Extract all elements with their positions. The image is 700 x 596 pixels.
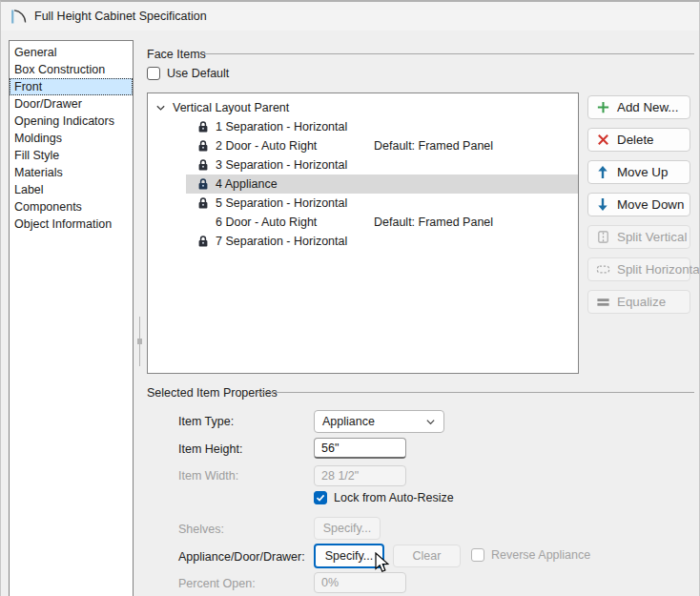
item-type-label: Item Type: [178, 415, 234, 428]
reverse-appliance-label: Reverse Appliance [491, 548, 590, 562]
clear-button[interactable]: Clear [393, 545, 461, 567]
delete-button-label: Delete [617, 133, 654, 147]
lock-icon [197, 177, 209, 191]
lock-icon [197, 120, 209, 134]
percent-open-label: Percent Open: [178, 577, 256, 590]
equalize-icon [595, 295, 610, 310]
lock-auto-resize-checkbox[interactable]: Lock from Auto-Resize [314, 491, 454, 504]
move-down-button-label: Move Down [617, 197, 684, 212]
sidebar-item-door-drawer[interactable]: Door/Drawer [10, 95, 133, 113]
chevron-down-icon[interactable] [155, 103, 166, 113]
arrow-down-icon [595, 197, 610, 213]
sidebar-item-opening-indicators[interactable]: Opening Indicators [10, 113, 133, 130]
split-horizontal-button[interactable]: Split Horizontal [587, 257, 690, 281]
tree-row-3[interactable]: 3 Separation - Horizontal [148, 155, 578, 175]
tree-row-5[interactable]: 5 Separation - Horizontal [148, 194, 578, 213]
percent-open-input [314, 572, 406, 593]
tree-item-label: 1 Separation - Horizontal [216, 120, 347, 134]
split-horizontal-icon [595, 262, 610, 277]
tree-action-buttons: Add New... Delete Move Up Move Down Spli… [587, 95, 690, 314]
sidebar-item-box-construction[interactable]: Box Construction [10, 61, 133, 78]
full-height-cabinet-specification-dialog: Full Height Cabinet Specification Genera… [0, 0, 700, 596]
mouse-cursor-icon [375, 552, 391, 574]
tree-parent-label: Vertical Layout Parent [173, 101, 289, 114]
shelves-specify-button[interactable]: Specify... [314, 517, 381, 540]
move-up-button[interactable]: Move Up [587, 160, 690, 184]
equalize-button[interactable]: Equalize [587, 290, 690, 314]
selected-item-properties-group-label: Selected Item Properties [147, 386, 278, 400]
delete-button[interactable]: Delete [587, 128, 690, 152]
tree-item-label: 3 Separation - Horizontal [216, 158, 347, 172]
appliance-door-drawer-label: Appliance/Door/Drawer: [178, 550, 305, 564]
tree-row-6[interactable]: 6 Door - Auto Right Default: Framed Pane… [148, 213, 578, 232]
lock-icon [197, 196, 209, 210]
add-new-button[interactable]: Add New... [587, 95, 690, 119]
lock-auto-resize-checkbox-box[interactable] [314, 491, 327, 504]
chevron-down-icon [425, 417, 436, 427]
appliance-specify-button[interactable]: Specify... [314, 544, 384, 568]
reverse-appliance-checkbox[interactable]: Reverse Appliance [471, 548, 590, 562]
sidebar-item-fill-style[interactable]: Fill Style [10, 147, 133, 164]
tree-item-default: Default: Framed Panel [374, 139, 493, 153]
delete-x-icon [595, 133, 610, 148]
selected-item-properties-group-line [257, 392, 694, 393]
face-items-group-line [204, 53, 694, 54]
use-default-label: Use Default [167, 67, 229, 80]
move-up-button-label: Move Up [617, 165, 668, 179]
use-default-checkbox[interactable]: Use Default [147, 67, 229, 80]
sidebar-item-label[interactable]: Label [10, 181, 133, 198]
add-new-button-label: Add New... [617, 100, 678, 114]
tree-item-label: 7 Separation - Horizontal [216, 235, 347, 248]
plus-icon [595, 100, 610, 115]
sidebar-item-components[interactable]: Components [10, 198, 133, 216]
split-vertical-button[interactable]: Split Vertical [587, 225, 690, 249]
split-vertical-button-label: Split Vertical [617, 230, 687, 244]
face-items-group-label: Face Items [147, 48, 206, 61]
tree-item-label: 6 Door - Auto Right [216, 216, 317, 229]
item-height-label: Item Height: [178, 442, 242, 456]
equalize-button-label: Equalize [617, 295, 666, 309]
use-default-checkbox-box[interactable] [147, 67, 160, 80]
tree-item-label: 5 Separation - Horizontal [216, 196, 347, 210]
panel-splitter-handle[interactable] [136, 317, 143, 366]
window-title: Full Height Cabinet Specification [34, 10, 207, 23]
lock-auto-resize-label: Lock from Auto-Resize [334, 491, 454, 504]
tree-item-label: 2 Door - Auto Right [216, 139, 317, 153]
shelves-label: Shelves: [178, 523, 224, 536]
sidebar-item-front[interactable]: Front [10, 78, 133, 95]
cabinet-door-swing-icon [10, 9, 27, 25]
split-horizontal-button-label: Split Horizontal [617, 262, 700, 277]
title-bar: Full Height Cabinet Specification [1, 2, 699, 31]
sidebar-item-materials[interactable]: Materials [10, 164, 133, 181]
lock-icon [197, 139, 209, 153]
arrow-up-icon [595, 165, 610, 180]
sidebar-item-general[interactable]: General [10, 44, 133, 61]
item-width-label: Item Width: [178, 469, 238, 483]
item-type-value: Appliance [322, 415, 375, 428]
sidebar-item-object-information[interactable]: Object Information [10, 216, 133, 233]
tree-row-7[interactable]: 7 Separation - Horizontal [148, 232, 578, 251]
lock-icon [197, 235, 209, 248]
item-height-input[interactable] [314, 438, 406, 459]
settings-panel-list: General Box Construction Front Door/Draw… [9, 40, 134, 596]
tree-row-2[interactable]: 2 Door - Auto Right Default: Framed Pane… [148, 136, 578, 155]
tree-row-parent[interactable]: Vertical Layout Parent [148, 98, 578, 117]
reverse-appliance-checkbox-box[interactable] [471, 548, 484, 562]
sidebar-item-moldings[interactable]: Moldings [10, 130, 133, 147]
lock-icon [197, 158, 209, 172]
tree-item-default: Default: Framed Panel [374, 216, 493, 229]
split-vertical-icon [595, 230, 610, 245]
item-type-dropdown[interactable]: Appliance [314, 410, 444, 433]
tree-row-4-selected[interactable]: 4 Appliance [148, 175, 578, 194]
face-items-tree: Vertical Layout Parent 1 Separation - Ho… [147, 92, 579, 374]
item-width-input [314, 465, 406, 486]
move-down-button[interactable]: Move Down [587, 193, 690, 216]
tree-item-label: 4 Appliance [216, 177, 278, 191]
tree-row-1[interactable]: 1 Separation - Horizontal [148, 117, 578, 136]
